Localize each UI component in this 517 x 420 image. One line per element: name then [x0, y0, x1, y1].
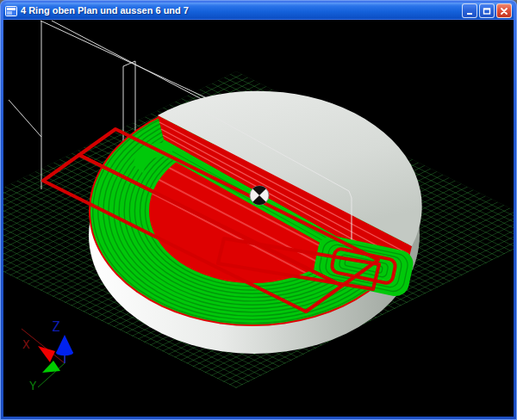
- window-title: 4 Ring oben Plan und aussen 6 und 7: [21, 3, 458, 19]
- window-controls: [462, 3, 512, 18]
- maximize-button[interactable]: [479, 3, 495, 18]
- client-area: Z X Y: [3, 20, 514, 417]
- title-bar[interactable]: 4 Ring oben Plan und aussen 6 und 7: [3, 3, 514, 19]
- minimize-button[interactable]: [462, 3, 477, 18]
- app-window: 4 Ring oben Plan und aussen 6 und 7: [0, 0, 517, 420]
- origin-marker: [250, 186, 269, 205]
- viewport-canvas[interactable]: Z X Y: [3, 20, 514, 417]
- axis-x-label: X: [22, 337, 30, 351]
- close-icon: [500, 7, 508, 15]
- axis-z-label: Z: [52, 318, 60, 335]
- close-button[interactable]: [496, 3, 512, 18]
- maximize-icon: [483, 7, 491, 15]
- window-icon[interactable]: [5, 5, 17, 17]
- minimize-icon: [465, 7, 474, 15]
- axis-y-label: Y: [29, 379, 37, 392]
